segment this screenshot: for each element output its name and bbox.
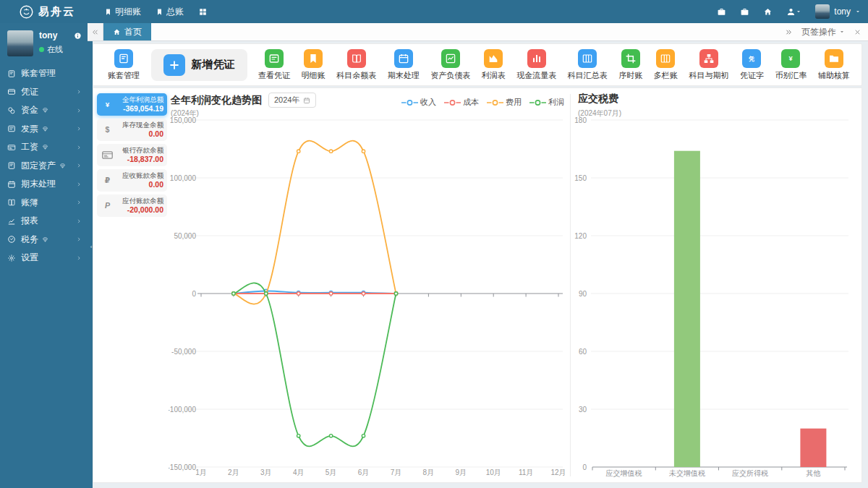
toolbar-item-balance-sheet[interactable]: 资产负债表	[430, 49, 470, 81]
sidebar-item-settings[interactable]: 设置	[0, 249, 88, 267]
grid-icon	[198, 7, 208, 17]
legend-item-费用[interactable]: 费用	[487, 97, 522, 108]
toolbar-item-account-balance-sheet[interactable]: 科目余额表	[336, 49, 376, 81]
sidebar-item-period-end[interactable]: 期末处理	[0, 175, 88, 194]
toolbar-item-account-summary[interactable]: 科目汇总表	[568, 49, 608, 81]
sidebar-item-fixed-assets[interactable]: 固定资产	[0, 157, 88, 176]
svg-text:P: P	[105, 201, 111, 210]
toolbar-item-account-set[interactable]: 账套管理	[108, 49, 140, 81]
svg-text:50,000: 50,000	[174, 232, 196, 240]
tax-icon	[7, 235, 16, 244]
summary-card-receivable-balance[interactable]: ₽应收账款余额0.00	[97, 169, 167, 192]
bar-chart-icon	[531, 53, 542, 64]
tax-icon	[7, 235, 16, 244]
toolbar-item-multi-column-ledger[interactable]: 多栏账	[654, 49, 678, 81]
nav-item-apps-grid[interactable]	[198, 7, 208, 17]
toolbar-item-auxiliary-accounting[interactable]: 辅助核算	[818, 49, 850, 81]
year-selector-button[interactable]: 2024年	[268, 93, 316, 108]
chevron-right-icon	[76, 255, 82, 261]
columns-icon	[578, 49, 597, 68]
sidebar-item-account-set[interactable]: 账套管理	[0, 64, 88, 83]
sidebar-item-tax[interactable]: 税务	[0, 231, 88, 249]
vip-gem-icon	[59, 163, 66, 169]
svg-text:9月: 9月	[456, 468, 467, 476]
legend-item-利润[interactable]: 利润	[529, 97, 564, 108]
chevron-right-icon	[76, 236, 82, 242]
toolbar-item-journal[interactable]: 序时账	[618, 49, 642, 81]
legend-marker-icon	[401, 99, 418, 106]
toolbar-item-voucher-word[interactable]: 凭凭证字	[740, 49, 764, 81]
chevrons-right-icon	[785, 28, 793, 36]
toolbar-item-detail-ledger[interactable]: 明细账	[302, 49, 326, 81]
nav-item-general-ledger[interactable]: 总账	[156, 6, 184, 18]
brand[interactable]: 易舟云	[19, 4, 75, 20]
sitemap-icon	[699, 49, 718, 68]
sidebar-item-salary[interactable]: 工资	[0, 138, 88, 157]
nav-item-detail-ledger[interactable]: 明细账	[104, 6, 141, 18]
nav-item-label: 明细账	[115, 6, 141, 18]
summary-card-value: -369,054.19	[116, 104, 163, 114]
bookmark-icon	[104, 8, 112, 16]
toolbar-item-label: 明细账	[302, 70, 326, 81]
svg-text:其他: 其他	[806, 469, 820, 477]
summary-card-payable-balance[interactable]: P应付账款余额-20,000.00	[97, 194, 167, 217]
sidebar-item-reports[interactable]: 报表	[0, 212, 88, 231]
gear-icon	[7, 254, 16, 262]
legend-item-收入[interactable]: 收入	[401, 97, 436, 108]
info-icon[interactable]	[74, 32, 82, 40]
summary-card-cash-balance[interactable]: $库存现金余额0.00	[97, 119, 167, 141]
legend-label: 收入	[420, 97, 436, 108]
summary-card-text: 应付账款余额-20,000.00	[116, 197, 163, 215]
sidebar-item-funds[interactable]: 资金	[0, 101, 88, 120]
sidebar-item-ledgers[interactable]: 账簿	[0, 194, 88, 213]
home-button[interactable]	[763, 7, 773, 17]
tabs-scroll-left-button[interactable]	[88, 23, 103, 40]
stamp-icon: 凭	[742, 49, 761, 68]
briefcase-button[interactable]	[740, 7, 749, 17]
sidebar-item-voucher[interactable]: 凭证	[0, 83, 88, 102]
columns-icon	[660, 53, 671, 64]
book-icon	[351, 53, 362, 64]
svg-text:11月: 11月	[519, 468, 533, 476]
yen-icon: ¥	[101, 98, 114, 111]
svg-text:2月: 2月	[228, 468, 239, 476]
toolbar-item-currency-rate[interactable]: ¥币别汇率	[775, 49, 807, 81]
gem-icon	[42, 126, 48, 132]
online-dot	[39, 47, 44, 52]
close-tab-icon[interactable]	[854, 28, 861, 36]
toolbar-item-accounts-and-initial[interactable]: 科目与期初	[689, 49, 728, 81]
user-button[interactable]	[786, 7, 801, 17]
toolbar-item-view-voucher[interactable]: 查看凭证	[258, 49, 290, 81]
summary-card-annual-profit[interactable]: ¥全年利润总额-369,054.19	[97, 93, 167, 116]
tabs-scroll-right-button[interactable]	[785, 28, 793, 36]
legend-label: 费用	[506, 97, 522, 108]
gem-icon	[42, 144, 48, 150]
summary-card-value: 0.00	[116, 129, 163, 139]
briefcase-button[interactable]	[717, 7, 726, 17]
new-voucher-button[interactable]: 新增凭证	[151, 49, 247, 81]
svg-text:150,000: 150,000	[170, 116, 197, 124]
briefcase-icon	[717, 7, 726, 17]
sidebar-item-invoice[interactable]: 发票	[0, 120, 88, 139]
svg-text:180: 180	[574, 116, 587, 124]
profit-trend-line-chart[interactable]: -150,000-100,000-50,000050,000100,000150…	[169, 114, 571, 479]
bank-card-icon	[7, 143, 16, 152]
svg-text:未交增值税: 未交增值税	[668, 469, 705, 477]
tab-home[interactable]: 首页	[103, 23, 151, 40]
tab-operations-dropdown[interactable]: 页签操作	[801, 26, 845, 38]
sidebar-item-label: 资金	[21, 104, 38, 116]
calendar-icon	[394, 49, 413, 68]
toolbar-item-period-end[interactable]: 期末处理	[388, 49, 420, 81]
quick-actions-toolbar: 账套管理新增凭证查看凭证明细账科目余额表期末处理资产负债表利润表现金流量表科目汇…	[93, 43, 862, 86]
toolbar-item-label: 科目汇总表	[568, 70, 608, 81]
home-icon	[113, 28, 121, 36]
close-icon	[854, 28, 861, 36]
tax-payable-bar-chart[interactable]: 0306090120150180应交增值税未交增值税应交所得税其他	[572, 114, 861, 479]
toolbar-item-income-statement[interactable]: 利润表	[482, 49, 506, 81]
user-profile-dropdown[interactable]: tony	[815, 4, 861, 19]
svg-text:$: $	[106, 125, 110, 134]
summary-card-label: 库存现金余额	[116, 121, 163, 129]
toolbar-item-cash-flow-statement[interactable]: 现金流量表	[516, 49, 556, 81]
legend-item-成本[interactable]: 成本	[444, 97, 479, 108]
summary-card-bank-balance[interactable]: 银行存款余额-18,837.00	[97, 144, 167, 166]
